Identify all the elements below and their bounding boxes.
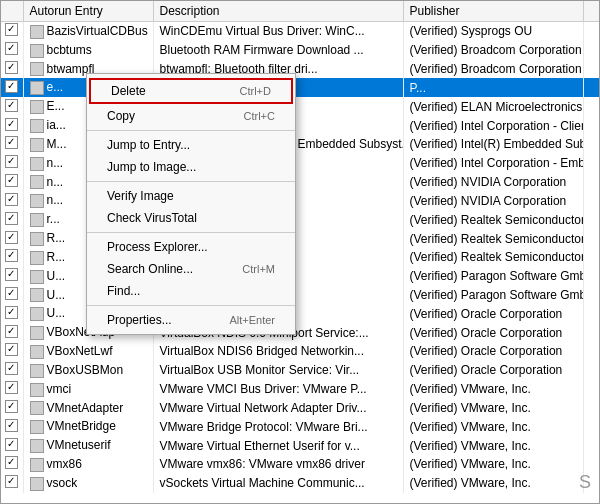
menu-item-copy[interactable]: CopyCtrl+C	[87, 105, 295, 127]
row-checkbox[interactable]	[1, 248, 23, 267]
row-checkbox[interactable]	[1, 436, 23, 455]
checkbox-icon[interactable]	[5, 362, 18, 375]
checkbox-icon[interactable]	[5, 193, 18, 206]
row-checkbox[interactable]	[1, 22, 23, 41]
checkbox-icon[interactable]	[5, 118, 18, 131]
menu-item-search-online[interactable]: Search Online...Ctrl+M	[87, 258, 295, 280]
checkbox-icon[interactable]	[5, 306, 18, 319]
menu-separator	[87, 130, 295, 131]
menu-item-jump-to-image[interactable]: Jump to Image...	[87, 156, 295, 178]
checkbox-icon[interactable]	[5, 174, 18, 187]
row-checkbox[interactable]	[1, 154, 23, 173]
description-cell: VMware VMCI Bus Driver: VMware P...	[153, 380, 403, 399]
row-checkbox[interactable]	[1, 41, 23, 60]
checkbox-icon[interactable]	[5, 475, 18, 488]
entry-cell: BazisVirtualCDBus	[23, 22, 153, 41]
table-row[interactable]: VBoxUSBMonVirtualBox USB Monitor Service…	[1, 361, 599, 380]
table-row[interactable]: bcbtumsBluetooth RAM Firmware Download .…	[1, 41, 599, 60]
checkbox-icon[interactable]	[5, 400, 18, 413]
checkbox-icon[interactable]	[5, 249, 18, 262]
entry-icon	[30, 383, 44, 397]
extra-cell	[583, 304, 599, 323]
publisher-cell: (Verified) NVIDIA Corporation	[403, 191, 583, 210]
row-checkbox[interactable]	[1, 267, 23, 286]
menu-shortcut: Ctrl+D	[240, 85, 271, 97]
checkbox-icon[interactable]	[5, 136, 18, 149]
entry-icon	[30, 232, 44, 246]
menu-item-find[interactable]: Find...	[87, 280, 295, 302]
checkbox-icon[interactable]	[5, 23, 18, 36]
entry-cell: bcbtums	[23, 41, 153, 60]
table-row[interactable]: VMnetAdapterVMware Virtual Network Adapt…	[1, 399, 599, 418]
table-row[interactable]: VMnetBridgeVMware Bridge Protocol: VMwar…	[1, 417, 599, 436]
menu-label: Copy	[107, 109, 135, 123]
checkbox-icon[interactable]	[5, 42, 18, 55]
menu-item-process-explorer[interactable]: Process Explorer...	[87, 236, 295, 258]
row-checkbox[interactable]	[1, 135, 23, 154]
description-cell: VMware Bridge Protocol: VMware Bri...	[153, 417, 403, 436]
row-checkbox[interactable]	[1, 417, 23, 436]
publisher-cell: (Verified) Broadcom Corporation	[403, 60, 583, 79]
row-checkbox[interactable]	[1, 210, 23, 229]
menu-item-delete[interactable]: DeleteCtrl+D	[89, 78, 293, 104]
menu-item-verify-image[interactable]: Verify Image	[87, 185, 295, 207]
row-checkbox[interactable]	[1, 304, 23, 323]
checkbox-icon[interactable]	[5, 212, 18, 225]
publisher-cell: (Verified) Oracle Corporation	[403, 323, 583, 342]
table-row[interactable]: vmciVMware VMCI Bus Driver: VMware P...(…	[1, 380, 599, 399]
row-checkbox[interactable]	[1, 78, 23, 97]
table-row[interactable]: BazisVirtualCDBusWinCDEmu Virtual Bus Dr…	[1, 22, 599, 41]
checkbox-icon[interactable]	[5, 287, 18, 300]
row-checkbox[interactable]	[1, 399, 23, 418]
checkbox-icon[interactable]	[5, 343, 18, 356]
checkbox-icon[interactable]	[5, 61, 18, 74]
checkbox-icon[interactable]	[5, 456, 18, 469]
row-checkbox[interactable]	[1, 60, 23, 79]
publisher-cell: (Verified) VMware, Inc.	[403, 436, 583, 455]
entry-cell: vmx86	[23, 455, 153, 474]
checkbox-icon[interactable]	[5, 231, 18, 244]
table-row[interactable]: VBoxNetLwfVirtualBox NDIS6 Bridged Netwo…	[1, 342, 599, 361]
row-checkbox[interactable]	[1, 455, 23, 474]
menu-label: Jump to Entry...	[107, 138, 190, 152]
menu-label: Properties...	[107, 313, 172, 327]
row-checkbox[interactable]	[1, 380, 23, 399]
row-checkbox[interactable]	[1, 229, 23, 248]
row-checkbox[interactable]	[1, 173, 23, 192]
menu-item-jump-to-entry[interactable]: Jump to Entry...	[87, 134, 295, 156]
checkbox-icon[interactable]	[5, 381, 18, 394]
table-row[interactable]: vsockvSockets Virtual Machine Communic..…	[1, 474, 599, 493]
menu-item-check-virustotal[interactable]: Check VirusTotal	[87, 207, 295, 229]
entry-cell: VMnetAdapter	[23, 399, 153, 418]
extra-cell	[583, 173, 599, 192]
publisher-cell: (Verified) Realtek Semiconductor Corp...	[403, 248, 583, 267]
row-checkbox[interactable]	[1, 191, 23, 210]
checkbox-icon[interactable]	[5, 80, 18, 93]
checkbox-icon[interactable]	[5, 325, 18, 338]
menu-item-properties[interactable]: Properties...Alt+Enter	[87, 309, 295, 331]
row-checkbox[interactable]	[1, 97, 23, 116]
checkbox-icon[interactable]	[5, 99, 18, 112]
description-cell: VirtualBox USB Monitor Service: Vir...	[153, 361, 403, 380]
header-description: Description	[153, 1, 403, 22]
row-checkbox[interactable]	[1, 342, 23, 361]
table-row[interactable]: VMnetuserifVMware Virtual Ethernet Useri…	[1, 436, 599, 455]
extra-cell	[583, 323, 599, 342]
table-row[interactable]: vmx86VMware vmx86: VMware vmx86 driver(V…	[1, 455, 599, 474]
checkbox-icon[interactable]	[5, 419, 18, 432]
header-checkbox	[1, 1, 23, 22]
checkbox-icon[interactable]	[5, 438, 18, 451]
row-checkbox[interactable]	[1, 361, 23, 380]
extra-cell	[583, 22, 599, 41]
row-checkbox[interactable]	[1, 474, 23, 493]
checkbox-icon[interactable]	[5, 155, 18, 168]
publisher-cell: (Verified) Intel Corporation - Client C.…	[403, 116, 583, 135]
publisher-cell: (Verified) ELAN Microelectronics Corp...	[403, 97, 583, 116]
row-checkbox[interactable]	[1, 323, 23, 342]
watermark: S	[579, 472, 591, 493]
row-checkbox[interactable]	[1, 116, 23, 135]
menu-label: Jump to Image...	[107, 160, 196, 174]
context-menu[interactable]: DeleteCtrl+DCopyCtrl+CJump to Entry...Ju…	[86, 73, 296, 335]
row-checkbox[interactable]	[1, 286, 23, 305]
checkbox-icon[interactable]	[5, 268, 18, 281]
